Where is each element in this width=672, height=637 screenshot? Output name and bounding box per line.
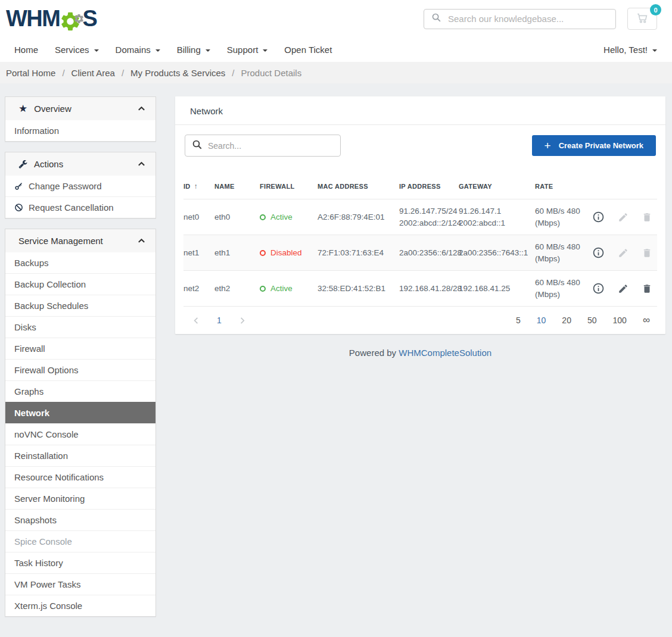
sidebar-item-backup-schedules[interactable]: Backup Schedules <box>5 295 155 316</box>
edit-icon[interactable] <box>618 212 629 223</box>
sidebar-item-firewall-options[interactable]: Firewall Options <box>5 359 155 380</box>
cell-id: net0 <box>183 199 214 235</box>
cell-ip: 2a00:2356::6/128 <box>399 235 459 271</box>
sidebar-item-change-password[interactable]: Change Password <box>5 176 155 196</box>
cell-ip: 91.26.147.75/242002:abcd::2/124 <box>399 199 459 235</box>
cart-icon <box>636 11 649 26</box>
column-header-mac-address[interactable]: MAC ADDRESS <box>318 173 399 199</box>
column-header-ip-address[interactable]: IP ADDRESS <box>399 173 459 199</box>
chevron-left-icon[interactable] <box>192 316 201 325</box>
service-management-panel-header[interactable]: Service Management <box>5 229 155 252</box>
overview-title: Overview <box>34 104 130 114</box>
page-size-100[interactable]: 100 <box>613 316 627 325</box>
sidebar-item-backups[interactable]: Backups <box>5 252 155 273</box>
nav-item-billing[interactable]: Billing <box>169 45 219 55</box>
status-ring-icon <box>260 250 266 256</box>
column-header-id[interactable]: ID↑ <box>183 173 214 199</box>
edit-icon[interactable] <box>618 283 629 294</box>
table-row: net1 eth1 Disabled 72:F1:03:71:63:E4 2a0… <box>183 235 657 271</box>
nav-item-domains[interactable]: Domains <box>107 45 169 55</box>
sidebar-item-vm-power-tasks[interactable]: VM Power Tasks <box>5 573 155 595</box>
wrench-icon <box>18 160 27 168</box>
actions-panel-header[interactable]: Actions <box>5 152 155 176</box>
edit-icon[interactable] <box>618 248 629 258</box>
table-search <box>185 135 341 157</box>
cell-name: eth1 <box>214 235 260 271</box>
sidebar-item-information[interactable]: Information <box>5 120 155 141</box>
page-number[interactable]: 1 <box>217 316 222 325</box>
column-header-firewall[interactable]: FIREWALL <box>260 173 318 199</box>
search-icon <box>431 13 441 25</box>
breadcrumb-my-products[interactable]: My Products & Services <box>130 68 225 78</box>
whmcs-logo[interactable]: WHM S <box>6 5 97 33</box>
nav-item-support[interactable]: Support <box>219 45 276 55</box>
cell-ip: 192.168.41.28/28 <box>399 271 459 307</box>
content: ★ Overview Information Actions <box>0 83 672 624</box>
nav-item-home[interactable]: Home <box>14 45 46 55</box>
nav-items: Home Services Domains Billing Support Op… <box>14 45 340 55</box>
account-menu[interactable]: Hello, Test! <box>603 45 657 55</box>
sidebar-item-reinstallation[interactable]: Reinstallation <box>5 445 155 466</box>
sidebar-item-novnc-console[interactable]: noVNC Console <box>5 423 155 445</box>
service-management-panel: Service Management Backups Backup Collec… <box>5 229 156 617</box>
card-title: Network <box>175 96 665 125</box>
greeting-label: Hello, Test! <box>603 45 648 55</box>
network-card: Network + Create Private Network <box>175 96 665 334</box>
nav-item-services[interactable]: Services <box>46 45 107 55</box>
header-right: 0 <box>424 8 657 30</box>
sidebar-item-server-monitoring[interactable]: Server Monitoring <box>5 488 155 509</box>
sidebar-item-firewall[interactable]: Firewall <box>5 338 155 359</box>
info-icon[interactable] <box>592 211 605 223</box>
table-search-input[interactable] <box>208 141 334 151</box>
chevron-right-icon[interactable] <box>238 316 247 325</box>
status-ring-icon <box>260 286 266 292</box>
delete-icon[interactable] <box>642 248 652 258</box>
sidebar-item-resource-notifications[interactable]: Resource Notifications <box>5 466 155 488</box>
sidebar-item-request-cancellation[interactable]: Request Cancellation <box>5 196 155 218</box>
caret-down-icon <box>652 49 657 52</box>
knowledgebase-search-input[interactable] <box>448 14 608 24</box>
sidebar-item-network[interactable]: Network <box>5 402 155 423</box>
sidebar-item-graphs[interactable]: Graphs <box>5 380 155 402</box>
cell-id: net1 <box>183 235 214 271</box>
ban-icon <box>14 203 23 212</box>
whmcompletesolution-link[interactable]: WHMCompleteSolution <box>399 348 491 358</box>
sidebar-item-spice-console[interactable]: Spice Console <box>5 530 155 552</box>
sidebar-item-snapshots[interactable]: Snapshots <box>5 509 155 530</box>
page-size-50[interactable]: 50 <box>587 316 597 325</box>
info-icon[interactable] <box>592 282 605 295</box>
nav-item-open-ticket[interactable]: Open Ticket <box>276 45 340 55</box>
create-private-network-button[interactable]: + Create Private Network <box>532 135 656 156</box>
page-size-20[interactable]: 20 <box>562 316 571 325</box>
column-header-rate[interactable]: RATE <box>535 173 592 199</box>
site-header: WHM S 0 <box>0 0 672 38</box>
overview-panel-header[interactable]: ★ Overview <box>5 97 155 120</box>
column-header-gateway[interactable]: GATEWAY <box>459 173 535 199</box>
knowledgebase-search <box>424 9 616 29</box>
footer: Powered by WHMCompleteSolution <box>175 348 665 358</box>
delete-icon[interactable] <box>642 283 652 294</box>
page-size-10[interactable]: 10 <box>537 316 546 325</box>
column-header-actions <box>592 173 657 199</box>
table-row: net0 eth0 Active A2:6F:88:79:4E:01 91.26… <box>183 199 657 235</box>
sidebar-item-task-history[interactable]: Task History <box>5 552 155 573</box>
delete-icon[interactable] <box>642 212 652 223</box>
cart-count-badge: 0 <box>650 4 661 15</box>
sidebar-item-backup-collection[interactable]: Backup Collection <box>5 273 155 295</box>
gear-small-icon <box>73 4 85 30</box>
cart-button[interactable]: 0 <box>627 8 657 30</box>
chevron-up-icon <box>137 236 146 245</box>
sidebar-item-xterm-console[interactable]: Xterm.js Console <box>5 595 155 616</box>
column-header-name[interactable]: NAME <box>214 173 260 199</box>
page-size-infinity[interactable]: ∞ <box>643 314 650 326</box>
breadcrumb-product-details: Product Details <box>241 68 301 78</box>
caret-down-icon <box>206 49 210 52</box>
sidebar-item-disks[interactable]: Disks <box>5 316 155 338</box>
page-size-5[interactable]: 5 <box>516 316 521 325</box>
info-icon[interactable] <box>592 246 605 259</box>
logo-gears <box>58 5 83 33</box>
caret-down-icon <box>155 49 160 52</box>
breadcrumb-client-area[interactable]: Client Area <box>71 68 115 78</box>
breadcrumb-portal-home[interactable]: Portal Home <box>6 68 55 78</box>
main-nav: Home Services Domains Billing Support Op… <box>0 38 672 62</box>
